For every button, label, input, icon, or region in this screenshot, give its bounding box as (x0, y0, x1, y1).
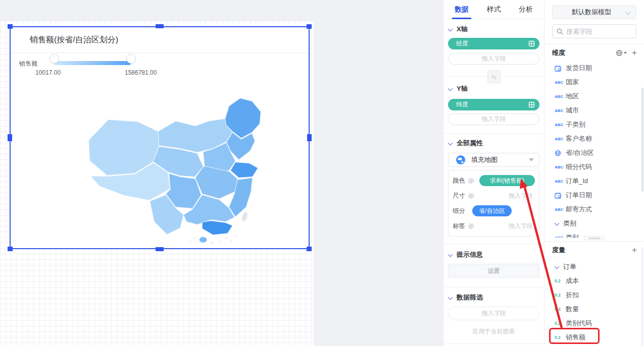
y-axis-field-pill[interactable]: 纬度 (448, 99, 539, 110)
data-model-select[interactable]: 默认数据模型 (552, 5, 636, 19)
field-item-province[interactable]: 省/自治区 (544, 146, 644, 160)
field-item-ship-mode[interactable]: ABC 邮寄方式 (544, 202, 644, 216)
dimensions-header: 维度 + (544, 44, 644, 57)
horizontal-scrollbar[interactable] (584, 236, 605, 240)
add-measure-button[interactable]: + (632, 247, 637, 254)
field-item-segment-code[interactable]: ABC 细分代码 (544, 160, 644, 174)
search-icon (557, 28, 563, 35)
field-item-subcategory[interactable]: ABC 子类别 (544, 118, 644, 132)
field-item-order-id[interactable]: ABC 订单_Id (544, 174, 644, 188)
legend-gradient-track[interactable] (54, 61, 131, 65)
vertical-scrollbar-thumb[interactable] (641, 88, 643, 192)
tab-style[interactable]: 样式 (487, 0, 501, 19)
size-encoding-row: 尺寸 拖入字段 (453, 188, 535, 203)
tooltip-header[interactable]: 提示信息 (448, 250, 539, 259)
chevron-down-icon (555, 221, 559, 226)
data-filter-header[interactable]: 数据筛选 (448, 293, 539, 302)
resize-handle-middle-left[interactable] (8, 134, 12, 141)
y-axis-title: Y轴 (457, 84, 468, 93)
all-properties-header[interactable]: 全部属性 (448, 139, 539, 148)
size-label: 尺寸 (453, 192, 465, 200)
caret-down-icon (624, 52, 627, 54)
scrollbar-thumb[interactable] (588, 238, 601, 239)
field-item-country[interactable]: ABC 国家 (544, 75, 644, 89)
swap-axes-icon: ↑↓ (491, 74, 496, 80)
text-type-icon: ABC (555, 123, 566, 127)
text-type-icon: ABC (555, 179, 566, 184)
add-dimension-button[interactable]: + (632, 49, 637, 56)
dimensions-list: 发货日期 ABC 国家 ABC 地区 ABC 城市 ABC 子类别 ABC 客户… (544, 61, 644, 238)
x-axis-field-pill[interactable]: 经度 (448, 38, 539, 49)
resize-handle-bottom-right[interactable] (307, 247, 312, 251)
dimension-group-category[interactable]: 类别 (544, 216, 644, 230)
chevron-down-icon (448, 296, 453, 300)
color-legend: 销售额 10017.00 1586781.00 (11, 53, 309, 79)
field-search[interactable] (552, 24, 636, 38)
x-axis-drop-zone[interactable]: 拖入字段 (448, 53, 539, 65)
island-taiwan (241, 211, 249, 222)
field-item-region[interactable]: ABC 地区 (544, 89, 644, 103)
field-label: 订单日期 (566, 191, 592, 200)
tooltip-settings-button[interactable]: 设置 (448, 264, 539, 278)
field-item-ship-date[interactable]: 发货日期 (544, 61, 644, 75)
app-window: 销售额(按省/自治区划分) 销售额 10017.00 1586781.00 (0, 0, 644, 346)
chevron-down-icon (625, 10, 631, 15)
resize-handle-middle-right[interactable] (307, 134, 312, 141)
field-item-cost[interactable]: 0.2 成本 (544, 274, 644, 288)
field-item-customer-name[interactable]: ABC 客户名称 (544, 132, 644, 146)
number-type-icon: 0.2 (555, 321, 566, 326)
resize-handle-bottom-left[interactable] (8, 247, 13, 251)
resize-handle-top-middle[interactable] (156, 24, 164, 28)
field-item-discount[interactable]: 0.2 折扣 (544, 288, 644, 302)
data-filter-section: 数据筛选 拖入字段 应用于当前图表 (443, 287, 544, 343)
gear-icon[interactable] (468, 178, 474, 184)
field-item-city[interactable]: ABC 城市 (544, 103, 644, 118)
tab-data[interactable]: 数据 (455, 0, 469, 19)
geo-role-button[interactable] (616, 49, 627, 56)
x-axis-header[interactable]: X轴 (448, 25, 539, 34)
legend-min-handle[interactable] (49, 54, 59, 64)
filter-drop-zone[interactable]: 拖入字段 (448, 307, 539, 320)
resize-handle-bottom-middle[interactable] (156, 247, 164, 251)
gear-icon[interactable] (468, 223, 474, 229)
measure-group-order[interactable]: 订单 (544, 260, 644, 274)
field-label: 数量 (566, 305, 579, 314)
chevron-down-icon (448, 27, 453, 32)
field-label: 国家 (566, 78, 579, 87)
resize-handle-top-right[interactable] (307, 24, 312, 29)
legend-max-handle[interactable] (126, 54, 136, 64)
tab-analysis[interactable]: 分析 (519, 0, 533, 19)
china-map-svg (77, 93, 274, 245)
all-properties-title: 全部属性 (457, 139, 483, 148)
text-type-icon: ABC (555, 94, 566, 99)
field-search-input[interactable] (566, 28, 632, 35)
resize-handle-top-left[interactable] (8, 24, 13, 29)
label-drop-placeholder[interactable]: 拖入字段 (509, 222, 535, 230)
gear-icon[interactable] (468, 193, 474, 199)
tooltip-section: 提示信息 设置 (443, 244, 544, 287)
axis-section-divider: ↑↓ (443, 76, 544, 77)
globe-map-icon (456, 155, 466, 165)
section-divider (443, 343, 544, 344)
color-field-pill[interactable]: 求和(销售额) (479, 175, 535, 186)
province-shandong (230, 162, 258, 178)
dashboard-canvas[interactable]: 销售额(按省/自治区划分) 销售额 10017.00 1586781.00 (0, 0, 443, 346)
detail-field-pill[interactable]: 省/自治区 (472, 205, 512, 216)
china-map[interactable] (77, 93, 274, 245)
field-label: 发货日期 (566, 64, 592, 73)
chart-card-selected[interactable]: 销售额(按省/自治区划分) 销售额 10017.00 1586781.00 (10, 26, 310, 249)
text-type-icon: ABC (555, 80, 566, 85)
chart-title: 销售额(按省/自治区划分) (30, 35, 118, 45)
label-encoding-row: 标签 拖入字段 (453, 218, 535, 234)
inspector-tabs: 数据 样式 分析 (443, 0, 544, 19)
y-axis-header[interactable]: Y轴 (448, 84, 539, 93)
chart-type-select[interactable]: 填充地图 (448, 153, 539, 167)
y-axis-drop-zone[interactable]: 拖入字段 (448, 113, 539, 125)
vertical-scrollbar-track[interactable] (641, 247, 643, 346)
size-drop-placeholder[interactable]: 拖入字段 (509, 192, 535, 200)
swap-axes-button[interactable]: ↑↓ (487, 70, 501, 83)
chart-type-label: 填充地图 (471, 155, 529, 164)
field-item-quantity[interactable]: 0.2 数量 (544, 302, 644, 316)
field-item-order-date[interactable]: 订单日期 (544, 188, 644, 202)
measures-header: 度量 + (544, 242, 644, 255)
